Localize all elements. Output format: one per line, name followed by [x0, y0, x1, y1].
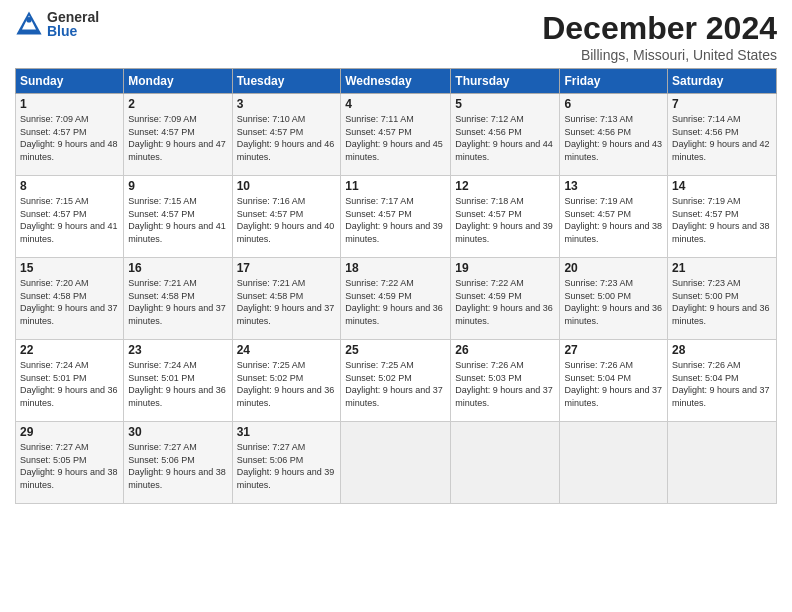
- day-detail: Sunrise: 7:23 AM Sunset: 5:00 PM Dayligh…: [564, 277, 663, 327]
- calendar-cell: 8Sunrise: 7:15 AM Sunset: 4:57 PM Daylig…: [16, 176, 124, 258]
- day-number: 26: [455, 343, 555, 357]
- main-container: General Blue December 2024 Billings, Mis…: [0, 0, 792, 509]
- day-header-friday: Friday: [560, 69, 668, 94]
- day-detail: Sunrise: 7:26 AM Sunset: 5:04 PM Dayligh…: [672, 359, 772, 409]
- day-detail: Sunrise: 7:25 AM Sunset: 5:02 PM Dayligh…: [237, 359, 337, 409]
- day-detail: Sunrise: 7:24 AM Sunset: 5:01 PM Dayligh…: [128, 359, 227, 409]
- calendar-cell: 17Sunrise: 7:21 AM Sunset: 4:58 PM Dayli…: [232, 258, 341, 340]
- calendar-cell: 23Sunrise: 7:24 AM Sunset: 5:01 PM Dayli…: [124, 340, 232, 422]
- day-number: 14: [672, 179, 772, 193]
- day-number: 29: [20, 425, 119, 439]
- day-number: 6: [564, 97, 663, 111]
- day-detail: Sunrise: 7:11 AM Sunset: 4:57 PM Dayligh…: [345, 113, 446, 163]
- day-detail: Sunrise: 7:16 AM Sunset: 4:57 PM Dayligh…: [237, 195, 337, 245]
- day-number: 18: [345, 261, 446, 275]
- day-header-sunday: Sunday: [16, 69, 124, 94]
- calendar-cell: 16Sunrise: 7:21 AM Sunset: 4:58 PM Dayli…: [124, 258, 232, 340]
- calendar-cell: 3Sunrise: 7:10 AM Sunset: 4:57 PM Daylig…: [232, 94, 341, 176]
- calendar-cell: 26Sunrise: 7:26 AM Sunset: 5:03 PM Dayli…: [451, 340, 560, 422]
- day-number: 16: [128, 261, 227, 275]
- calendar-cell: 30Sunrise: 7:27 AM Sunset: 5:06 PM Dayli…: [124, 422, 232, 504]
- calendar-cell: 28Sunrise: 7:26 AM Sunset: 5:04 PM Dayli…: [668, 340, 777, 422]
- day-detail: Sunrise: 7:15 AM Sunset: 4:57 PM Dayligh…: [20, 195, 119, 245]
- day-detail: Sunrise: 7:20 AM Sunset: 4:58 PM Dayligh…: [20, 277, 119, 327]
- calendar-cell: 18Sunrise: 7:22 AM Sunset: 4:59 PM Dayli…: [341, 258, 451, 340]
- calendar-cell: 29Sunrise: 7:27 AM Sunset: 5:05 PM Dayli…: [16, 422, 124, 504]
- calendar-cell: 21Sunrise: 7:23 AM Sunset: 5:00 PM Dayli…: [668, 258, 777, 340]
- day-number: 19: [455, 261, 555, 275]
- day-number: 11: [345, 179, 446, 193]
- main-title: December 2024: [542, 10, 777, 47]
- day-header-saturday: Saturday: [668, 69, 777, 94]
- day-detail: Sunrise: 7:21 AM Sunset: 4:58 PM Dayligh…: [128, 277, 227, 327]
- day-detail: Sunrise: 7:09 AM Sunset: 4:57 PM Dayligh…: [20, 113, 119, 163]
- calendar-cell: 5Sunrise: 7:12 AM Sunset: 4:56 PM Daylig…: [451, 94, 560, 176]
- week-row-1: 1Sunrise: 7:09 AM Sunset: 4:57 PM Daylig…: [16, 94, 777, 176]
- day-number: 1: [20, 97, 119, 111]
- logo-blue-text: Blue: [47, 24, 99, 38]
- header-row: SundayMondayTuesdayWednesdayThursdayFrid…: [16, 69, 777, 94]
- day-detail: Sunrise: 7:17 AM Sunset: 4:57 PM Dayligh…: [345, 195, 446, 245]
- week-row-2: 8Sunrise: 7:15 AM Sunset: 4:57 PM Daylig…: [16, 176, 777, 258]
- day-detail: Sunrise: 7:27 AM Sunset: 5:05 PM Dayligh…: [20, 441, 119, 491]
- day-number: 13: [564, 179, 663, 193]
- week-row-4: 22Sunrise: 7:24 AM Sunset: 5:01 PM Dayli…: [16, 340, 777, 422]
- calendar-cell: [560, 422, 668, 504]
- day-detail: Sunrise: 7:18 AM Sunset: 4:57 PM Dayligh…: [455, 195, 555, 245]
- day-number: 4: [345, 97, 446, 111]
- day-number: 17: [237, 261, 337, 275]
- logo-text: General Blue: [47, 10, 99, 38]
- calendar-cell: 2Sunrise: 7:09 AM Sunset: 4:57 PM Daylig…: [124, 94, 232, 176]
- day-detail: Sunrise: 7:24 AM Sunset: 5:01 PM Dayligh…: [20, 359, 119, 409]
- calendar-cell: 14Sunrise: 7:19 AM Sunset: 4:57 PM Dayli…: [668, 176, 777, 258]
- calendar-cell: 13Sunrise: 7:19 AM Sunset: 4:57 PM Dayli…: [560, 176, 668, 258]
- day-detail: Sunrise: 7:27 AM Sunset: 5:06 PM Dayligh…: [128, 441, 227, 491]
- day-number: 7: [672, 97, 772, 111]
- calendar-cell: 6Sunrise: 7:13 AM Sunset: 4:56 PM Daylig…: [560, 94, 668, 176]
- day-detail: Sunrise: 7:26 AM Sunset: 5:03 PM Dayligh…: [455, 359, 555, 409]
- logo-general-text: General: [47, 10, 99, 24]
- day-header-wednesday: Wednesday: [341, 69, 451, 94]
- day-detail: Sunrise: 7:19 AM Sunset: 4:57 PM Dayligh…: [672, 195, 772, 245]
- day-number: 3: [237, 97, 337, 111]
- day-number: 12: [455, 179, 555, 193]
- day-detail: Sunrise: 7:25 AM Sunset: 5:02 PM Dayligh…: [345, 359, 446, 409]
- day-number: 10: [237, 179, 337, 193]
- day-detail: Sunrise: 7:22 AM Sunset: 4:59 PM Dayligh…: [345, 277, 446, 327]
- calendar-cell: 22Sunrise: 7:24 AM Sunset: 5:01 PM Dayli…: [16, 340, 124, 422]
- calendar-cell: 27Sunrise: 7:26 AM Sunset: 5:04 PM Dayli…: [560, 340, 668, 422]
- day-number: 24: [237, 343, 337, 357]
- day-number: 20: [564, 261, 663, 275]
- calendar-cell: 11Sunrise: 7:17 AM Sunset: 4:57 PM Dayli…: [341, 176, 451, 258]
- calendar-cell: 31Sunrise: 7:27 AM Sunset: 5:06 PM Dayli…: [232, 422, 341, 504]
- day-header-tuesday: Tuesday: [232, 69, 341, 94]
- day-detail: Sunrise: 7:14 AM Sunset: 4:56 PM Dayligh…: [672, 113, 772, 163]
- calendar-cell: [451, 422, 560, 504]
- day-detail: Sunrise: 7:23 AM Sunset: 5:00 PM Dayligh…: [672, 277, 772, 327]
- calendar-table: SundayMondayTuesdayWednesdayThursdayFrid…: [15, 68, 777, 504]
- day-number: 22: [20, 343, 119, 357]
- day-detail: Sunrise: 7:15 AM Sunset: 4:57 PM Dayligh…: [128, 195, 227, 245]
- week-row-5: 29Sunrise: 7:27 AM Sunset: 5:05 PM Dayli…: [16, 422, 777, 504]
- calendar-cell: 20Sunrise: 7:23 AM Sunset: 5:00 PM Dayli…: [560, 258, 668, 340]
- week-row-3: 15Sunrise: 7:20 AM Sunset: 4:58 PM Dayli…: [16, 258, 777, 340]
- day-number: 31: [237, 425, 337, 439]
- calendar-cell: [341, 422, 451, 504]
- calendar-cell: [668, 422, 777, 504]
- day-number: 15: [20, 261, 119, 275]
- calendar-cell: 10Sunrise: 7:16 AM Sunset: 4:57 PM Dayli…: [232, 176, 341, 258]
- day-header-thursday: Thursday: [451, 69, 560, 94]
- day-number: 5: [455, 97, 555, 111]
- calendar-cell: 7Sunrise: 7:14 AM Sunset: 4:56 PM Daylig…: [668, 94, 777, 176]
- day-detail: Sunrise: 7:09 AM Sunset: 4:57 PM Dayligh…: [128, 113, 227, 163]
- subtitle: Billings, Missouri, United States: [542, 47, 777, 63]
- logo: General Blue: [15, 10, 99, 38]
- calendar-cell: 15Sunrise: 7:20 AM Sunset: 4:58 PM Dayli…: [16, 258, 124, 340]
- day-number: 30: [128, 425, 227, 439]
- day-number: 23: [128, 343, 227, 357]
- day-detail: Sunrise: 7:10 AM Sunset: 4:57 PM Dayligh…: [237, 113, 337, 163]
- day-number: 27: [564, 343, 663, 357]
- title-section: December 2024 Billings, Missouri, United…: [542, 10, 777, 63]
- day-detail: Sunrise: 7:12 AM Sunset: 4:56 PM Dayligh…: [455, 113, 555, 163]
- day-number: 25: [345, 343, 446, 357]
